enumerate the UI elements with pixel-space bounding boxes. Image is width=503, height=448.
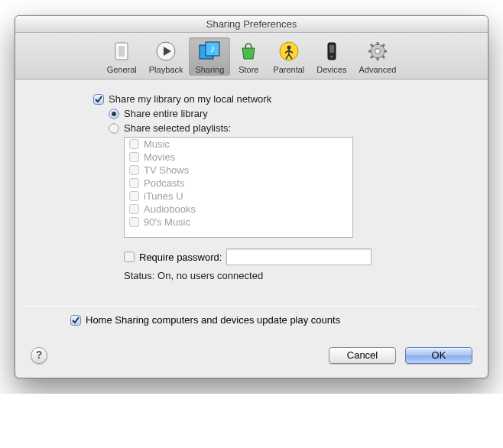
share-local-label: Share my library on my local network	[109, 93, 271, 105]
preferences-window: Sharing Preferences General Playback ♪ S…	[15, 15, 488, 378]
tab-parental[interactable]: Parental	[267, 37, 310, 76]
tab-sharing[interactable]: ♪ Sharing	[189, 37, 230, 76]
cancel-button[interactable]: Cancel	[329, 347, 396, 364]
tab-advanced[interactable]: Advanced	[352, 37, 402, 76]
list-item: Movies	[125, 151, 352, 164]
share-local-checkbox[interactable]	[93, 94, 104, 105]
help-button[interactable]: ?	[31, 347, 47, 364]
sharing-icon: ♪	[197, 39, 222, 63]
window-title: Sharing Preferences	[15, 16, 488, 33]
playlist-checkbox	[129, 191, 139, 201]
share-entire-label: Share entire library	[124, 108, 208, 119]
svg-point-24	[112, 112, 116, 116]
svg-point-8	[287, 46, 290, 50]
tab-advanced-label: Advanced	[359, 65, 396, 74]
list-item: 90's Music	[125, 216, 352, 229]
list-item: TV Shows	[125, 164, 352, 177]
tab-sharing-label: Sharing	[195, 65, 224, 74]
tab-general[interactable]: General	[101, 37, 143, 76]
share-entire-radio[interactable]	[109, 109, 119, 119]
svg-rect-10	[329, 45, 334, 53]
list-item: Audiobooks	[125, 203, 352, 216]
playback-icon	[154, 39, 178, 63]
devices-icon	[320, 39, 344, 63]
status-text: Status: On, no users connected	[124, 270, 465, 281]
content-area: Share my library on my local network Sha…	[15, 80, 488, 298]
list-item: Music	[125, 138, 352, 151]
gear-icon	[365, 39, 390, 63]
tab-parental-label: Parental	[273, 65, 304, 74]
tab-devices[interactable]: Devices	[310, 37, 352, 76]
tab-playback[interactable]: Playback	[143, 37, 190, 76]
preferences-toolbar: General Playback ♪ Sharing Store Parenta…	[15, 33, 488, 80]
share-selected-label: Share selected playlists:	[124, 122, 231, 134]
dialog-footer: ? Cancel OK	[15, 341, 488, 378]
list-item: Podcasts	[125, 177, 352, 190]
svg-rect-1	[118, 46, 125, 57]
tab-playback-label: Playback	[149, 65, 183, 74]
home-sharing-checkbox[interactable]	[70, 315, 81, 326]
svg-line-19	[382, 56, 385, 58]
tab-devices-label: Devices	[316, 65, 346, 74]
playlist-listbox[interactable]: Music Movies TV Shows Podcasts iTunes U …	[124, 137, 353, 238]
svg-line-21	[382, 44, 385, 47]
general-icon	[109, 39, 134, 63]
playlist-checkbox	[129, 178, 139, 188]
store-icon	[236, 39, 261, 63]
home-sharing-label: Home Sharing computers and devices updat…	[86, 314, 340, 326]
svg-rect-26	[125, 252, 135, 262]
playlist-checkbox	[129, 139, 139, 149]
password-field[interactable]	[226, 248, 372, 265]
playlist-checkbox	[129, 217, 139, 227]
tab-store-label: Store	[239, 65, 258, 74]
playlist-checkbox	[129, 165, 139, 175]
svg-line-20	[371, 56, 373, 58]
tab-store[interactable]: Store	[230, 37, 267, 76]
svg-point-11	[330, 56, 333, 58]
parental-icon	[277, 39, 301, 63]
svg-text:♪: ♪	[210, 42, 216, 54]
svg-point-25	[109, 123, 119, 133]
list-item: iTunes U	[125, 190, 352, 203]
require-password-label: Require password:	[139, 252, 222, 263]
require-password-checkbox[interactable]	[124, 252, 135, 262]
svg-line-18	[371, 44, 373, 47]
playlist-checkbox	[129, 204, 139, 214]
share-selected-radio[interactable]	[109, 123, 119, 134]
svg-point-13	[375, 49, 380, 54]
tab-general-label: General	[107, 65, 137, 74]
ok-button[interactable]: OK	[405, 347, 472, 364]
playlist-checkbox	[129, 152, 139, 162]
divider	[26, 306, 477, 307]
